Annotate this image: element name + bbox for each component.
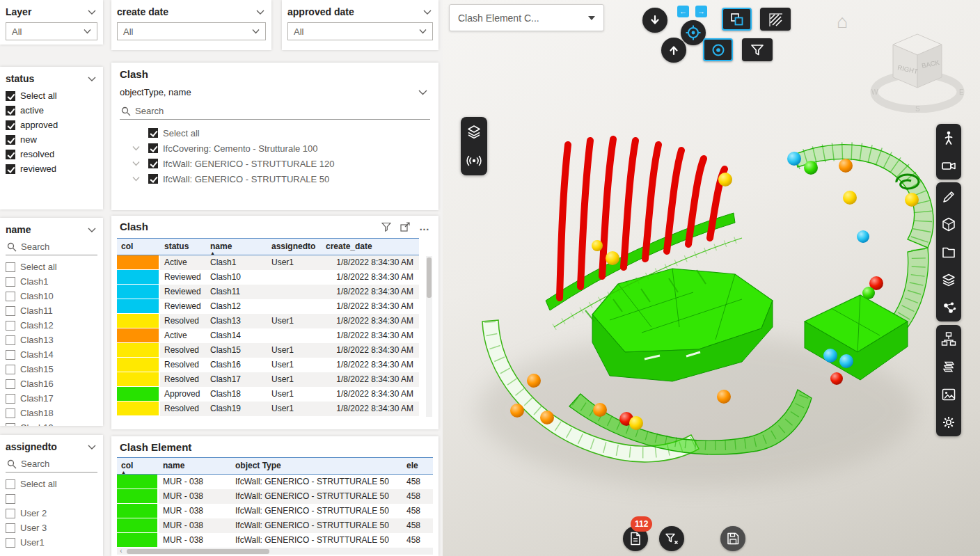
- markers-signal-button[interactable]: [461, 146, 487, 175]
- horizontal-scrollbar[interactable]: ‹: [117, 548, 433, 555]
- filter-icon[interactable]: [381, 222, 391, 232]
- status-option[interactable]: resolved: [6, 147, 103, 161]
- checkbox-icon: [6, 408, 15, 418]
- status-color-cell: [117, 475, 159, 489]
- viewer-mode-dropdown[interactable]: Clash Element C...: [449, 4, 604, 31]
- viewer-nav-toolbar: [936, 124, 961, 180]
- name-option[interactable]: Clash11: [6, 303, 103, 318]
- view-cube[interactable]: W S E RIGHT BACK: [860, 25, 974, 113]
- name-option[interactable]: Clash14: [6, 347, 103, 362]
- chevron-down-icon[interactable]: [132, 145, 140, 151]
- measure-button[interactable]: [936, 182, 961, 210]
- name-option[interactable]: Clash15: [6, 362, 103, 376]
- checkbox-icon: [6, 164, 15, 174]
- status-option[interactable]: active: [6, 103, 103, 118]
- settings-button[interactable]: [936, 408, 961, 436]
- objects-button[interactable]: [936, 294, 961, 321]
- clear-filter-button[interactable]: [659, 526, 684, 551]
- checkbox-icon: [6, 306, 15, 316]
- create-date-dropdown[interactable]: All: [117, 22, 266, 40]
- first-person-button[interactable]: [936, 124, 961, 152]
- status-color-cell: [117, 328, 160, 343]
- assignedto-option[interactable]: Select all: [6, 477, 103, 491]
- vertical-scrollbar[interactable]: [426, 256, 432, 417]
- clash-table-grid: col status name▲ assignedto create_date …: [117, 238, 419, 416]
- name-search-input[interactable]: Search: [6, 239, 97, 255]
- checkbox-icon: [6, 494, 15, 504]
- checkbox-icon: [6, 394, 15, 404]
- chevron-down-icon[interactable]: [132, 176, 140, 182]
- isolate-button[interactable]: [703, 38, 733, 61]
- status-color-cell: [117, 270, 160, 285]
- focus-target-button[interactable]: [681, 20, 706, 45]
- name-option[interactable]: Clash1: [6, 274, 103, 289]
- tree-item[interactable]: IfcWall: GENERICO - STRUTTURALE 120: [128, 156, 438, 171]
- clash-tree-search-input[interactable]: Search: [120, 103, 430, 120]
- tree-item-select-all[interactable]: Select all: [128, 125, 438, 141]
- status-color-cell: [117, 489, 159, 504]
- assignedto-option[interactable]: User1: [6, 535, 103, 550]
- home-icon[interactable]: ⌂: [837, 13, 848, 31]
- levels-button[interactable]: [936, 266, 961, 294]
- approved-date-dropdown[interactable]: All: [287, 22, 433, 40]
- viewer-3d[interactable]: Clash Element C... ← → ⌂ W: [443, 0, 980, 556]
- scrollbar-thumb[interactable]: [127, 549, 269, 554]
- focus-mode-icon[interactable]: [400, 222, 410, 232]
- target-icon: [685, 24, 702, 41]
- chevron-down-icon[interactable]: [88, 227, 96, 233]
- nav-forward-button[interactable]: →: [695, 6, 707, 17]
- arrow-up-button[interactable]: [661, 38, 686, 63]
- filter-clashes-button[interactable]: [742, 38, 773, 61]
- status-option[interactable]: approved: [6, 118, 103, 132]
- camera-button[interactable]: [936, 152, 961, 180]
- document-icon: [628, 531, 643, 546]
- status-color-cell: [117, 533, 159, 548]
- nav-back-button[interactable]: ←: [677, 6, 689, 17]
- chevron-down-icon[interactable]: [88, 76, 96, 82]
- chevron-down-icon[interactable]: [88, 9, 96, 15]
- status-option[interactable]: reviewed: [6, 161, 103, 176]
- person-icon: [940, 129, 957, 146]
- name-option[interactable]: Clash18: [6, 406, 103, 420]
- name-option[interactable]: Clash16: [6, 376, 103, 391]
- more-options-icon[interactable]: …: [419, 223, 430, 230]
- name-option[interactable]: Clash13: [6, 333, 103, 347]
- chevron-down-icon[interactable]: [418, 89, 427, 95]
- name-option[interactable]: Clash10: [6, 289, 103, 303]
- name-option[interactable]: Clash12: [6, 318, 103, 333]
- layers-button[interactable]: [461, 117, 487, 146]
- chevron-down-icon[interactable]: [88, 444, 96, 450]
- chevron-down-icon[interactable]: [423, 9, 432, 15]
- clash-marker-cyan: [839, 354, 853, 368]
- model-button[interactable]: [936, 210, 961, 238]
- assignedto-search-input[interactable]: Search: [6, 456, 97, 472]
- checkbox-icon: [6, 509, 15, 518]
- select-clashes-button[interactable]: [722, 8, 752, 31]
- status-option[interactable]: Select all: [6, 88, 103, 103]
- chevron-down-icon[interactable]: [132, 161, 140, 166]
- name-option[interactable]: Clash19: [6, 420, 103, 426]
- snapshot-button[interactable]: [936, 381, 961, 408]
- assignedto-option[interactable]: User 2: [6, 506, 103, 521]
- tree-item[interactable]: IfcCovering: Cemento - Strutturale 100: [128, 141, 438, 156]
- viewer-data-toolbar: [936, 325, 961, 436]
- scrollbar-thumb[interactable]: [427, 257, 432, 298]
- sheets-button[interactable]: [936, 353, 961, 381]
- model-tree-button[interactable]: [936, 325, 961, 353]
- assignedto-option[interactable]: [6, 491, 103, 506]
- name-option[interactable]: Clash17: [6, 391, 103, 406]
- assignedto-option[interactable]: User 3: [6, 521, 103, 535]
- approved-date-slicer-panel: approved date All: [282, 0, 438, 50]
- status-option[interactable]: new: [6, 132, 103, 147]
- checkbox-icon: [148, 159, 158, 168]
- tree-item[interactable]: IfcWall: GENERICO - STRUTTURALE 50: [128, 171, 438, 186]
- hatch-button[interactable]: [760, 8, 791, 31]
- layer-dropdown[interactable]: All: [6, 22, 97, 40]
- arrow-down-button[interactable]: [642, 8, 667, 33]
- files-button[interactable]: [936, 238, 961, 266]
- signal-icon: [466, 152, 482, 169]
- save-view-button[interactable]: [720, 526, 745, 551]
- scroll-left-icon[interactable]: ‹: [117, 548, 125, 555]
- chevron-down-icon[interactable]: [256, 9, 264, 15]
- name-option[interactable]: Select all: [6, 260, 103, 274]
